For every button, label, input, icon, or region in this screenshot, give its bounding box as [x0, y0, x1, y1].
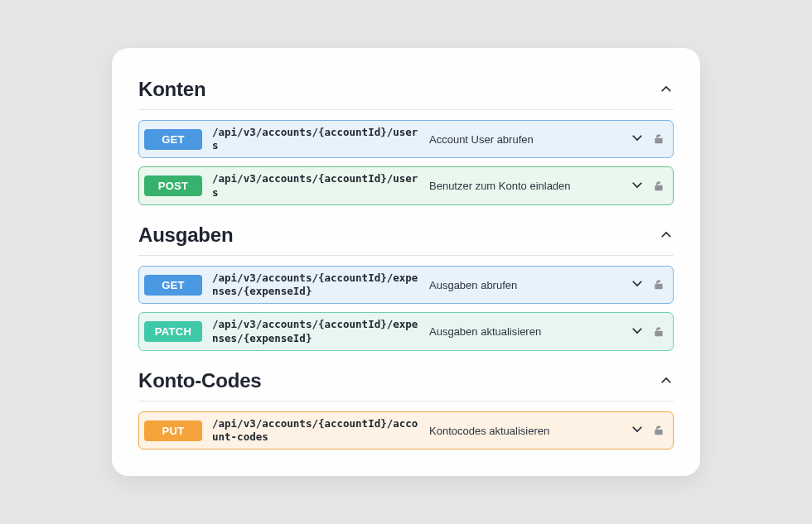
chevron-down-icon[interactable]: [630, 421, 645, 440]
chevron-down-icon[interactable]: [630, 323, 645, 341]
lock-open-icon[interactable]: [653, 180, 665, 193]
svg-rect-0: [655, 138, 662, 143]
api-panel: Konten GET /api/v3/accounts/{accountId}/…: [112, 48, 700, 477]
endpoint-actions: [630, 323, 665, 341]
method-badge: PATCH: [144, 321, 202, 342]
endpoint-row[interactable]: POST /api/v3/accounts/{accountId}/users …: [138, 166, 674, 205]
endpoint-row[interactable]: PATCH /api/v3/accounts/{accountId}/expen…: [138, 312, 674, 351]
section-title: Konto-Codes: [138, 369, 261, 392]
method-badge: PUT: [144, 421, 202, 441]
chevron-up-icon: [659, 373, 674, 388]
svg-rect-4: [655, 430, 662, 435]
method-badge: GET: [144, 129, 202, 150]
method-badge: GET: [144, 275, 202, 296]
endpoint-description: Ausgaben abrufen: [429, 279, 620, 291]
lock-open-icon[interactable]: [653, 325, 665, 339]
endpoint-actions: [630, 177, 665, 195]
endpoint-path: /api/v3/accounts/{accountId}/expenses/{e…: [212, 318, 419, 345]
endpoint-path: /api/v3/accounts/{accountId}/users: [212, 126, 419, 153]
section-header-ausgaben[interactable]: Ausgaben: [138, 217, 674, 256]
lock-open-icon[interactable]: [653, 424, 665, 437]
lock-open-icon[interactable]: [653, 132, 665, 146]
endpoint-description: Kontocodes aktualisieren: [429, 425, 620, 437]
endpoint-row[interactable]: GET /api/v3/accounts/{accountId}/users A…: [138, 120, 674, 159]
svg-rect-1: [655, 185, 662, 190]
endpoint-path: /api/v3/accounts/{accountId}/expenses/{e…: [212, 272, 419, 299]
method-badge: POST: [144, 175, 202, 196]
endpoint-description: Ausgaben aktualisieren: [429, 325, 620, 338]
endpoint-actions: [630, 276, 665, 294]
chevron-down-icon[interactable]: [630, 276, 645, 294]
section-header-konten[interactable]: Konten: [138, 71, 674, 110]
section-header-konto-codes[interactable]: Konto-Codes: [138, 363, 674, 401]
endpoint-actions: [630, 130, 665, 148]
svg-rect-3: [655, 330, 662, 335]
endpoint-path: /api/v3/accounts/{accountId}/users: [212, 172, 419, 200]
chevron-up-icon: [659, 82, 674, 97]
svg-rect-2: [655, 284, 662, 289]
endpoint-path: /api/v3/accounts/{accountId}/account-cod…: [212, 417, 419, 445]
chevron-down-icon[interactable]: [630, 177, 645, 195]
lock-open-icon[interactable]: [653, 278, 665, 291]
chevron-up-icon: [659, 228, 674, 243]
section-title: Ausgaben: [138, 224, 233, 247]
endpoint-row[interactable]: PUT /api/v3/accounts/{accountId}/account…: [138, 411, 674, 450]
endpoint-actions: [630, 421, 665, 440]
endpoint-row[interactable]: GET /api/v3/accounts/{accountId}/expense…: [138, 266, 674, 305]
endpoint-description: Account User abrufen: [429, 133, 620, 146]
chevron-down-icon[interactable]: [630, 130, 645, 148]
section-title: Konten: [138, 78, 205, 101]
endpoint-description: Benutzer zum Konto einladen: [429, 180, 620, 192]
